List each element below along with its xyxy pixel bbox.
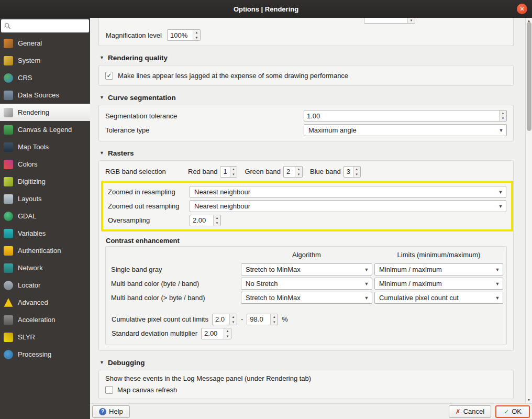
sidebar-item-gdal[interactable]: GDAL bbox=[0, 207, 90, 225]
spin-down-icon[interactable]: ▼ bbox=[271, 319, 278, 325]
spin-down-icon[interactable]: ▼ bbox=[193, 35, 200, 40]
spin-up-icon[interactable]: ▲ bbox=[214, 215, 220, 220]
dialog-button-bar: ? Help ✗ Cancel ✓ OK bbox=[90, 403, 532, 419]
sidebar-item-advanced[interactable]: Advanced bbox=[0, 294, 90, 311]
vertical-scrollbar[interactable]: ▲ ▼ bbox=[525, 18, 532, 403]
sidebar-item-colors[interactable]: Colors bbox=[0, 156, 90, 173]
magnifier-icon bbox=[4, 281, 13, 290]
cumulative-cut-limits-label: Cumulative pixel count cut limits bbox=[112, 315, 208, 323]
blue-band-spinbox[interactable]: 3 ▲▼ bbox=[343, 166, 361, 178]
spin-down-icon[interactable]: ▼ bbox=[353, 172, 360, 177]
sidebar-item-authentication[interactable]: Authentication bbox=[0, 242, 90, 259]
limits-column-header: Limits (minimum/maximum) bbox=[374, 251, 503, 261]
oversampling-spinbox[interactable]: 2.00 ▲▼ bbox=[190, 215, 221, 226]
sidebar-item-layouts[interactable]: Layouts bbox=[0, 190, 90, 207]
sidebar-item-variables[interactable]: Variables bbox=[0, 225, 90, 242]
spin-down-icon[interactable]: ▼ bbox=[230, 172, 237, 177]
zoomed-in-resampling-dropdown[interactable]: Nearest neighbour ▼ bbox=[190, 186, 506, 198]
sidebar-item-label: Data Sources bbox=[18, 91, 59, 99]
lock-icon bbox=[4, 246, 13, 256]
cumulative-max-spinbox[interactable]: 98.0 ▲▼ bbox=[247, 314, 278, 325]
red-band-spinbox[interactable]: 1 ▲▼ bbox=[220, 166, 237, 178]
spin-up-icon[interactable]: ▲ bbox=[224, 328, 231, 334]
magnification-spinbox[interactable]: 100% ▲▼ bbox=[167, 29, 201, 41]
spin-up-icon[interactable]: ▲ bbox=[271, 314, 278, 319]
window-title: Options | Rendering bbox=[234, 5, 298, 13]
sidebar-item-canvas-legend[interactable]: Canvas & Legend bbox=[0, 121, 90, 138]
green-band-spinbox[interactable]: 2 ▲▼ bbox=[283, 166, 303, 178]
rendering-settings-panel: ▲▼ Magnification level 100% ▲▼ ▼ Renderi… bbox=[90, 18, 525, 403]
spin-up-icon[interactable]: ▲ bbox=[500, 111, 506, 116]
sidebar-item-label: Authentication bbox=[18, 247, 61, 255]
help-button[interactable]: ? Help bbox=[92, 405, 130, 418]
spin-down-icon[interactable]: ▼ bbox=[214, 220, 220, 226]
sidebar-item-label: Canvas & Legend bbox=[18, 126, 72, 134]
sidebar-search-input[interactable] bbox=[1, 19, 89, 32]
sidebar-item-crs[interactable]: CRS bbox=[0, 69, 90, 86]
spin-down-icon[interactable]: ▼ bbox=[500, 116, 506, 121]
sidebar-item-label: Variables bbox=[18, 229, 46, 237]
collapse-arrow-icon[interactable]: ▼ bbox=[99, 360, 104, 365]
gdal-globe-icon bbox=[4, 212, 13, 221]
multi-band-byte-limits-dropdown[interactable]: Minimum / maximum ▼ bbox=[374, 278, 503, 290]
close-icon[interactable]: ✕ bbox=[517, 4, 527, 14]
spin-up-icon[interactable]: ▲ bbox=[230, 167, 237, 172]
cancel-button[interactable]: ✗ Cancel bbox=[449, 405, 492, 418]
sidebar-item-network[interactable]: Network bbox=[0, 259, 90, 277]
titlebar: Options | Rendering ✕ bbox=[0, 0, 532, 18]
chip-icon bbox=[4, 315, 13, 325]
sidebar-item-label: Layouts bbox=[18, 195, 42, 203]
sidebar-item-label: Rendering bbox=[18, 108, 49, 116]
multi-band-byte-algorithm-dropdown[interactable]: No Stretch ▼ bbox=[241, 278, 372, 290]
range-separator: - bbox=[241, 315, 243, 323]
chevron-down-icon: ▼ bbox=[493, 281, 502, 286]
single-band-gray-algorithm-dropdown[interactable]: Stretch to MinMax ▼ bbox=[241, 263, 372, 275]
sidebar-item-map-tools[interactable]: Map Tools bbox=[0, 138, 90, 156]
sidebar-item-processing[interactable]: Processing bbox=[0, 346, 90, 363]
ok-check-icon: ✓ bbox=[504, 409, 509, 415]
zoomed-out-resampling-dropdown[interactable]: Nearest neighbour ▼ bbox=[190, 200, 506, 212]
collapse-arrow-icon[interactable]: ▼ bbox=[99, 95, 104, 100]
segmentation-tolerance-label: Segmentation tolerance bbox=[105, 112, 304, 120]
map-tools-icon bbox=[4, 142, 13, 152]
spin-up-icon[interactable]: ▲ bbox=[353, 167, 360, 172]
chevron-down-icon: ▼ bbox=[362, 295, 371, 301]
sidebar-item-rendering[interactable]: Rendering bbox=[0, 104, 90, 121]
log-events-label: Show these events in the Log Message pan… bbox=[105, 374, 507, 382]
zoomed-out-resampling-label: Zoomed out resampling bbox=[108, 202, 185, 210]
magnification-label: Magnification level bbox=[106, 31, 162, 39]
sidebar-item-slyr[interactable]: SLYR bbox=[0, 328, 90, 346]
spin-up-icon[interactable]: ▲ bbox=[193, 30, 200, 35]
multi-band-gt-byte-limits-dropdown[interactable]: Cumulative pixel count cut ▼ bbox=[374, 292, 503, 304]
section-title: Rendering quality bbox=[108, 54, 168, 62]
sidebar-item-data-sources[interactable]: Data Sources bbox=[0, 86, 90, 104]
spin-down-icon[interactable]: ▼ bbox=[408, 18, 415, 23]
spin-down-icon[interactable]: ▼ bbox=[230, 319, 237, 325]
tolerance-type-dropdown[interactable]: Maximum angle ▼ bbox=[304, 124, 507, 136]
sidebar-item-locator[interactable]: Locator bbox=[0, 277, 90, 294]
multi-band-gt-byte-algorithm-dropdown[interactable]: Stretch to MinMax ▼ bbox=[241, 292, 372, 304]
zoomed-in-resampling-label: Zoomed in resampling bbox=[108, 188, 185, 196]
scroll-down-icon[interactable]: ▼ bbox=[527, 397, 531, 403]
sidebar-item-label: Acceleration bbox=[18, 316, 56, 324]
spin-up-icon[interactable]: ▲ bbox=[295, 167, 302, 172]
spin-down-icon[interactable]: ▼ bbox=[224, 334, 231, 339]
spin-up-icon[interactable]: ▲ bbox=[230, 314, 237, 319]
spin-down-icon[interactable]: ▼ bbox=[295, 172, 302, 177]
collapse-arrow-icon[interactable]: ▼ bbox=[99, 55, 104, 60]
sidebar-item-general[interactable]: General bbox=[0, 35, 90, 52]
segmentation-tolerance-spinbox[interactable]: 1.00 ▲▼ bbox=[304, 110, 507, 122]
stddev-multiplier-spinbox[interactable]: 2.00 ▲▼ bbox=[201, 328, 231, 339]
sidebar-item-acceleration[interactable]: Acceleration bbox=[0, 311, 90, 328]
cumulative-min-spinbox[interactable]: 2.0 ▲▼ bbox=[212, 314, 237, 325]
chevron-down-icon: ▼ bbox=[496, 204, 505, 209]
single-band-gray-limits-dropdown[interactable]: Minimum / maximum ▼ bbox=[374, 263, 503, 275]
antialias-checkbox[interactable] bbox=[105, 72, 113, 80]
collapse-arrow-icon[interactable]: ▼ bbox=[99, 150, 104, 156]
ok-button[interactable]: ✓ OK bbox=[495, 405, 530, 418]
sidebar-item-system[interactable]: System bbox=[0, 52, 90, 69]
scrollbar-thumb[interactable] bbox=[527, 22, 531, 131]
cutoff-spinbox[interactable]: ▲▼ bbox=[364, 18, 415, 24]
sidebar-item-digitizing[interactable]: Digitizing bbox=[0, 173, 90, 190]
map-canvas-refresh-checkbox[interactable] bbox=[105, 386, 113, 394]
